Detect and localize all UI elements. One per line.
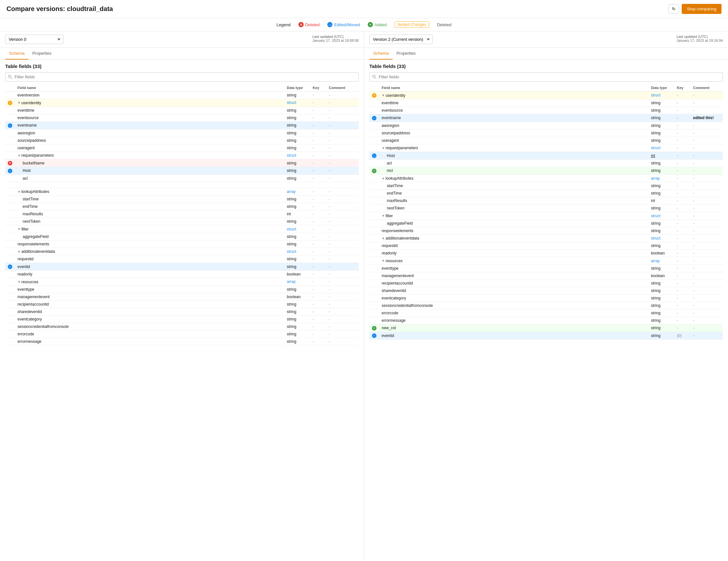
table-row: managementevent boolean - -: [369, 272, 723, 279]
row-comment-cell: -: [690, 122, 723, 129]
field-name: readonly: [17, 272, 32, 276]
comment-value: -: [693, 214, 694, 218]
expand-icon[interactable]: ▼: [17, 250, 21, 253]
right-filter-input[interactable]: [369, 72, 723, 82]
table-row: ↔ Host string - -: [5, 167, 359, 174]
left-th-icon: [5, 84, 15, 92]
key-value: -: [677, 123, 678, 128]
right-panel-scroll[interactable]: Table fields (33) Field name Data type K…: [364, 60, 728, 560]
key-value: -: [677, 259, 678, 263]
row-name-cell: sharedeventid: [15, 308, 284, 315]
expand-icon[interactable]: ▼: [17, 190, 21, 194]
expand-icon[interactable]: ▼: [382, 177, 385, 180]
field-type: string: [287, 176, 296, 181]
left-filter-input[interactable]: [5, 72, 359, 82]
key-value: -: [313, 93, 314, 97]
field-name: errorcode: [382, 311, 398, 315]
key-value: -: [677, 318, 678, 323]
comment-value: -: [329, 123, 330, 128]
table-row: ▼ resources array - -: [369, 257, 723, 265]
row-comment-cell: -: [690, 324, 723, 332]
expand-icon[interactable]: ▼: [382, 94, 385, 97]
stop-comparing-button[interactable]: Stop comparing: [682, 4, 722, 14]
row-icon-cell: [5, 315, 15, 323]
row-name-cell: useragent: [15, 144, 284, 151]
row-key-cell: -: [310, 323, 326, 330]
key-value: -: [313, 219, 314, 224]
field-type: string: [287, 93, 296, 97]
field-name: nextToken: [387, 206, 405, 210]
row-type-cell: string: [284, 308, 310, 315]
key-value: -: [677, 236, 678, 241]
field-name: sourceipaddress: [17, 138, 46, 143]
field-type: string: [287, 257, 296, 261]
left-tab-properties[interactable]: Properties: [28, 48, 55, 60]
row-name-cell: aggregateField: [15, 233, 284, 240]
row-comment-cell: -: [326, 210, 359, 218]
row-icon-cell: [369, 205, 379, 212]
row-type-cell: int: [648, 152, 674, 160]
right-panel: Version 2 (Current version) Last updated…: [364, 31, 728, 560]
right-tab-properties[interactable]: Properties: [393, 48, 420, 60]
expand-icon[interactable]: ▼: [17, 101, 21, 105]
key-value: -: [313, 123, 314, 128]
row-type-cell: array: [284, 278, 310, 286]
row-type-cell: string: [284, 240, 310, 248]
row-type-cell: string: [284, 300, 310, 308]
right-version-select[interactable]: Version 2 (Current version): [369, 35, 433, 44]
field-type: struct: [651, 93, 660, 97]
key-value: -: [313, 204, 314, 209]
expand-icon[interactable]: ▼: [382, 259, 385, 263]
field-type: string: [651, 123, 660, 128]
row-type-cell: string: [648, 302, 674, 309]
expand-icon[interactable]: ▼: [17, 154, 21, 157]
comment-value: -: [693, 108, 694, 113]
table-row: ▼ requestparameters struct - -: [5, 151, 359, 159]
row-name-cell: ▼ lookupAttributes: [15, 188, 284, 196]
deleted-icon: ✕: [298, 22, 304, 27]
expand-icon[interactable]: ▼: [382, 237, 385, 240]
row-name-cell: startTime: [15, 196, 284, 203]
table-row: endTime string - -: [369, 190, 723, 197]
expand-icon[interactable]: ▼: [382, 146, 385, 150]
row-type-cell: string: [648, 159, 674, 167]
field-name: managementevent: [382, 274, 414, 278]
left-panel-scroll[interactable]: Table fields (33) Field name Data type K…: [0, 60, 364, 560]
row-name-cell: errormessage: [379, 317, 648, 324]
field-type: string: [287, 197, 296, 201]
left-version-select[interactable]: Version 0: [5, 35, 63, 44]
row-nested-icon: ~: [372, 93, 376, 98]
row-icon-cell: ↔: [369, 114, 379, 122]
row-key-cell: -: [310, 167, 326, 174]
row-name-cell: eventcategory: [379, 294, 648, 302]
row-name-cell: errorcode: [15, 330, 284, 338]
table-row: errorcode string - -: [5, 330, 359, 338]
row-icon-cell: [5, 293, 15, 300]
row-icon-cell: [369, 190, 379, 197]
row-comment-cell: -: [690, 152, 723, 160]
row-comment-cell: edited this!: [690, 114, 723, 122]
field-name: lookupAttributes: [21, 189, 49, 194]
row-icon-cell: [5, 233, 15, 240]
row-type-cell: string: [648, 332, 674, 340]
left-tab-schema[interactable]: Schema: [5, 48, 28, 60]
row-key-cell: -: [674, 144, 690, 152]
table-row-empty: [5, 182, 359, 188]
expand-icon[interactable]: ▼: [17, 280, 21, 284]
row-comment-cell: -: [326, 203, 359, 210]
expand-icon[interactable]: ▼: [382, 214, 385, 218]
row-comment-cell: -: [690, 92, 723, 99]
legend-edited: ↔ Edited/Moved: [327, 22, 360, 27]
field-name: eventversion: [17, 93, 39, 97]
comment-value: -: [329, 161, 330, 165]
field-type: boolean: [287, 272, 301, 276]
field-type: struct: [651, 214, 660, 218]
row-comment-cell: -: [326, 188, 359, 196]
right-tab-schema[interactable]: Schema: [369, 48, 393, 60]
refresh-button[interactable]: ↻: [668, 4, 679, 14]
field-name: additionaleventdata: [386, 236, 419, 241]
row-icon-cell: +: [369, 167, 379, 174]
row-type-cell: string: [648, 279, 674, 287]
expand-icon[interactable]: ▼: [17, 227, 21, 231]
table-row: sessioncredentialfromconsole string - -: [5, 323, 359, 330]
